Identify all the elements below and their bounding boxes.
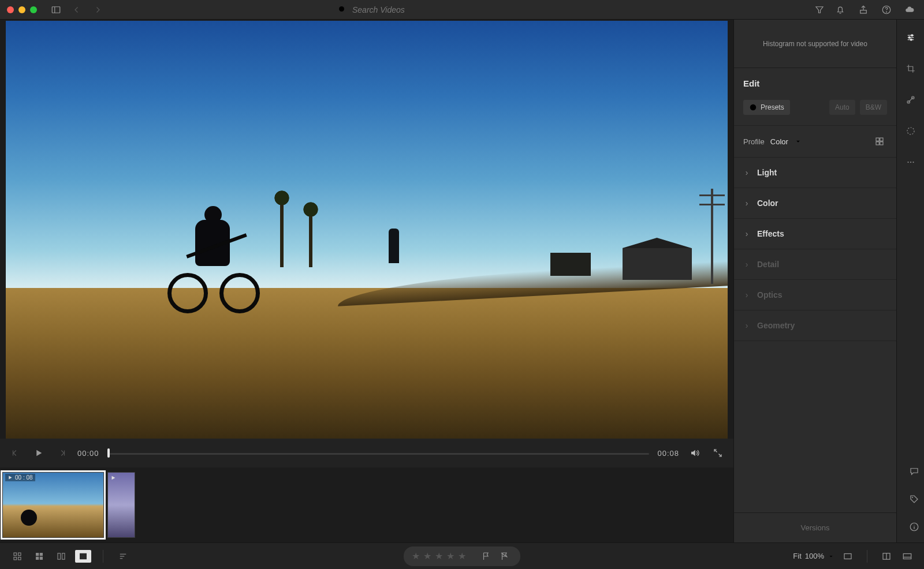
minimize-window-button[interactable] xyxy=(18,6,25,13)
search-input[interactable]: Search Videos xyxy=(337,5,580,15)
profile-browser-button[interactable] xyxy=(872,134,887,149)
svg-rect-54 xyxy=(844,553,851,559)
section-optics: › Optics xyxy=(734,280,896,310)
play-button[interactable] xyxy=(31,446,46,461)
section-geometry: › Geometry xyxy=(734,310,896,341)
svg-point-24 xyxy=(911,35,912,36)
star-4[interactable]: ★ xyxy=(446,551,454,561)
video-frame[interactable] xyxy=(6,21,728,439)
svg-rect-41 xyxy=(14,557,17,560)
search-placeholder: Search Videos xyxy=(352,5,405,14)
svg-line-3 xyxy=(344,11,346,13)
nav-back-button[interactable] xyxy=(69,2,84,17)
presets-button[interactable]: Presets xyxy=(743,100,790,115)
profile-row[interactable]: Profile Color xyxy=(734,125,896,158)
svg-point-8 xyxy=(886,12,887,12)
svg-marker-16 xyxy=(112,476,116,480)
edit-title: Edit xyxy=(743,78,887,88)
close-window-button[interactable] xyxy=(7,6,14,13)
thumb-image xyxy=(3,473,103,537)
share-button[interactable] xyxy=(856,2,871,17)
sort-button[interactable] xyxy=(115,550,131,563)
video-person xyxy=(389,229,399,263)
flag-reject-button[interactable] xyxy=(497,549,512,564)
edit-tool-button[interactable] xyxy=(903,30,918,45)
notifications-button[interactable] xyxy=(833,2,848,17)
star-1[interactable]: ★ xyxy=(412,551,420,561)
versions-button[interactable]: Versions xyxy=(734,512,896,542)
svg-rect-45 xyxy=(36,556,39,559)
zoom-control[interactable]: Fit 100% xyxy=(793,552,834,560)
scrub-track xyxy=(107,453,650,455)
svg-rect-20 xyxy=(880,138,883,141)
scrub-bar[interactable] xyxy=(107,447,650,459)
original-toggle-button[interactable] xyxy=(879,549,894,564)
video-ground xyxy=(6,288,728,439)
video-palm xyxy=(309,209,312,267)
filmstrip: 00 : 08 xyxy=(0,467,733,542)
cloud-sync-button[interactable] xyxy=(902,2,917,17)
video-stage xyxy=(0,20,733,439)
svg-point-32 xyxy=(907,162,908,163)
star-5[interactable]: ★ xyxy=(458,551,466,561)
filmstrip-thumb-2[interactable] xyxy=(107,472,135,538)
scrub-handle[interactable] xyxy=(107,448,110,458)
svg-rect-22 xyxy=(880,142,883,145)
filter-button[interactable] xyxy=(812,2,827,17)
panel-toggle-button[interactable] xyxy=(49,2,64,17)
comments-button[interactable] xyxy=(907,464,922,479)
nav-forward-button[interactable] xyxy=(90,2,105,17)
presets-icon xyxy=(749,103,757,111)
svg-marker-4 xyxy=(816,6,823,13)
fullscreen-button[interactable] xyxy=(710,446,725,461)
keywords-button[interactable] xyxy=(907,492,922,507)
detail-view-button[interactable] xyxy=(75,550,91,563)
svg-rect-19 xyxy=(876,138,879,141)
prev-frame-button[interactable] xyxy=(8,446,23,461)
bottom-right-rail xyxy=(907,464,922,534)
svg-point-33 xyxy=(910,162,911,163)
crop-tool-button[interactable] xyxy=(903,61,918,76)
video-pole xyxy=(711,189,713,284)
masking-tool-button[interactable] xyxy=(903,123,918,138)
svg-rect-0 xyxy=(52,6,60,13)
play-icon xyxy=(8,475,13,480)
video-house xyxy=(623,248,692,280)
help-button[interactable] xyxy=(879,2,894,17)
edit-header: Edit xyxy=(734,68,896,94)
volume-button[interactable] xyxy=(687,446,702,461)
filmstrip-thumb-1[interactable]: 00 : 08 xyxy=(2,472,104,538)
healing-tool-button[interactable] xyxy=(903,92,918,107)
thumb-image xyxy=(108,473,135,537)
current-time-label: 00:00 xyxy=(77,449,99,458)
maximize-window-button[interactable] xyxy=(30,6,37,13)
section-color[interactable]: › Color xyxy=(734,188,896,219)
square-grid-view-button[interactable] xyxy=(31,550,47,563)
more-tools-button[interactable] xyxy=(903,155,918,170)
video-palm xyxy=(280,198,284,267)
svg-point-35 xyxy=(912,497,913,498)
bw-button[interactable]: B&W xyxy=(860,100,887,115)
histogram-placeholder: Histogram not supported for video xyxy=(734,20,896,68)
main-area: 00:00 00:08 00 : 08 xyxy=(0,20,924,542)
svg-rect-6 xyxy=(860,10,867,13)
soft-proof-button[interactable] xyxy=(840,549,855,564)
chevron-right-icon: › xyxy=(743,168,750,177)
svg-point-28 xyxy=(910,39,912,40)
flag-pick-button[interactable] xyxy=(479,549,494,564)
section-light[interactable]: › Light xyxy=(734,158,896,188)
compare-view-button[interactable] xyxy=(53,550,69,563)
chevron-right-icon: › xyxy=(743,321,750,330)
svg-rect-21 xyxy=(876,142,879,145)
next-frame-button[interactable] xyxy=(54,446,69,461)
section-effects[interactable]: › Effects xyxy=(734,219,896,249)
grid-view-button[interactable] xyxy=(9,550,25,563)
svg-rect-48 xyxy=(62,553,65,559)
star-3[interactable]: ★ xyxy=(435,551,443,561)
info-button[interactable] xyxy=(907,519,922,534)
filmstrip-toggle-button[interactable] xyxy=(900,549,915,564)
svg-point-57 xyxy=(849,558,850,559)
star-2[interactable]: ★ xyxy=(423,551,431,561)
auto-button[interactable]: Auto xyxy=(829,100,855,115)
svg-line-14 xyxy=(719,454,722,457)
